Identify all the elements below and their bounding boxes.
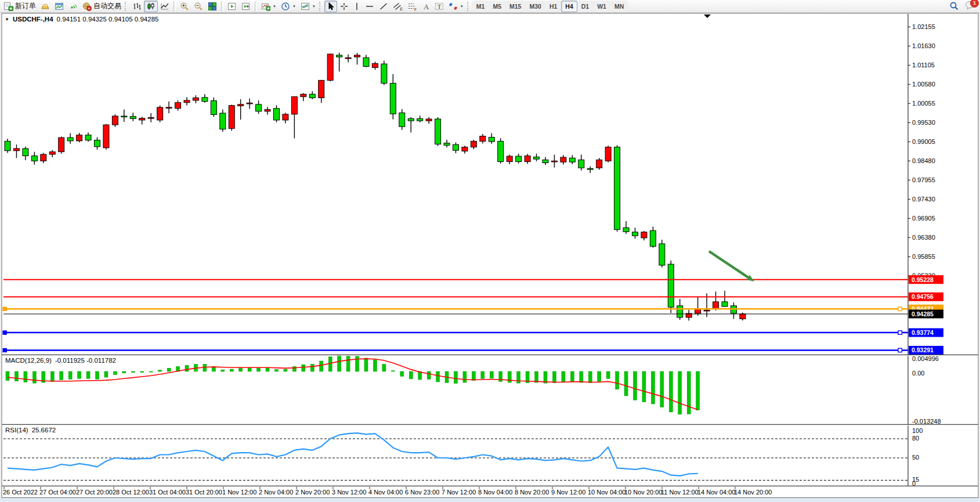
rsi-value: 25.6672 [32,427,56,434]
indicators-caret-icon[interactable]: ▼ [273,5,276,8]
svg-text:1.01630: 1.01630 [912,42,935,49]
candle [130,117,136,119]
candle [381,64,387,83]
candle [426,119,432,121]
toolbar-grip [467,2,470,11]
autotrading-icon [82,2,92,11]
candle [704,310,710,311]
text-button[interactable]: A [420,1,432,12]
timeframe-group: M1M5M15M30H1H4D1W1MN [472,1,628,12]
candle [614,147,620,229]
candle [355,55,360,57]
tile-windows-button[interactable] [205,1,219,12]
candle [41,154,46,161]
profile-next-icon [227,2,237,11]
candle [337,55,342,57]
candle [49,152,55,154]
text-label-button[interactable]: T [432,1,446,12]
arrows-button[interactable]: ▼ [446,1,466,12]
crosshair-button[interactable] [337,1,351,12]
notifications-button[interactable]: 1 [965,1,975,12]
svg-text:80: 80 [912,435,919,442]
new-order-button[interactable]: 新订单 [1,1,38,12]
candle [650,230,656,246]
profile-step-button[interactable] [239,1,253,12]
templates-button[interactable]: ▼ [298,1,318,12]
svg-text:0.93291: 0.93291 [912,346,934,353]
open-chart-icon [55,2,64,11]
svg-text:0.97955: 0.97955 [912,176,935,183]
candle [220,113,226,129]
svg-text:9 Nov 12:00: 9 Nov 12:00 [551,489,585,496]
timeframe-W1[interactable]: W1 [593,1,610,12]
svg-text:10 Nov 20:00: 10 Nov 20:00 [624,489,662,496]
timeframe-M5[interactable]: M5 [489,1,505,12]
arrows-caret-icon[interactable]: ▼ [460,5,464,8]
timeframe-M30[interactable]: M30 [525,1,545,12]
timeframe-H4[interactable]: H4 [561,1,577,12]
svg-text:27 Oct 04:00: 27 Oct 04:00 [39,489,76,496]
zoom-out-button[interactable] [191,1,205,12]
svg-text:1.01105: 1.01105 [912,62,935,68]
profile-next-button[interactable] [225,1,239,12]
candlestick-chart-button[interactable] [144,1,158,12]
timeframe-M1[interactable]: M1 [472,1,489,12]
candle [659,244,665,265]
candle [525,156,530,161]
search-icon [949,1,959,11]
chart-canvas[interactable]: 1.021551.016301.011051.005801.000550.995… [0,0,980,502]
equidistant-channel-button[interactable]: E [390,1,405,12]
new-order-icon [3,2,13,11]
svg-text:1.02155: 1.02155 [912,23,935,30]
svg-text:7 Nov 12:00: 7 Nov 12:00 [442,489,476,496]
notification-badge[interactable]: 1 [970,0,979,8]
toolbar-right-cluster: 1 [947,1,979,12]
line-chart-button[interactable] [158,1,172,12]
candle [319,80,324,97]
zoom-out-icon [194,2,203,11]
signal-button[interactable] [66,1,80,12]
vertical-line-button[interactable] [351,1,363,12]
candle [175,103,181,109]
candle [408,118,414,121]
candle [274,109,280,120]
search-button[interactable] [947,1,961,12]
toolbar: 新订单 自动交易 ▼ ▼ [0,0,980,13]
horizontal-line-button[interactable] [363,1,377,12]
symbol-period-label: USDCHF-,H4 [13,16,53,23]
zoom-in-button[interactable] [178,1,191,12]
symbol-dropdown-icon[interactable]: ▼ [5,17,9,22]
new-order-label: 新订单 [15,1,36,11]
periods-button[interactable]: ▼ [279,1,298,12]
autotrading-button[interactable]: 自动交易 [80,1,124,12]
candle [668,264,674,307]
svg-text:1 Nov 12:00: 1 Nov 12:00 [222,489,256,496]
candle [363,57,369,66]
templates-caret-icon[interactable]: ▼ [312,5,316,8]
cursor-button[interactable] [324,1,337,12]
svg-text:2 Nov 20:00: 2 Nov 20:00 [295,489,330,496]
svg-text:14 Nov 04:00: 14 Nov 04:00 [697,489,735,496]
fibonacci-button[interactable]: F [405,1,420,12]
indicators-button[interactable]: ▼ [259,1,279,12]
trendline-button[interactable] [377,1,390,12]
arrows-icon [449,2,458,11]
open-chart-button[interactable] [52,1,66,12]
timeframe-H1[interactable]: H1 [545,1,561,12]
fibonacci-icon: F [407,2,417,11]
crosshair-icon [339,2,349,11]
clock-icon [281,2,290,11]
candle [166,107,172,109]
timeframe-M15[interactable]: M15 [505,1,525,12]
svg-text:-0.013248: -0.013248 [912,418,941,425]
svg-text:31 Oct 04:00: 31 Oct 04:00 [149,489,186,496]
timeframe-D1[interactable]: D1 [577,1,593,12]
vertical-line-icon [353,2,360,11]
timeframe-MN[interactable]: MN [610,1,628,12]
bar-chart-button[interactable] [130,1,144,12]
candle [67,138,73,141]
svg-text:0.95855: 0.95855 [912,253,935,260]
gold-button[interactable] [38,1,52,12]
candle [256,104,262,111]
periods-caret-icon[interactable]: ▼ [292,5,296,8]
